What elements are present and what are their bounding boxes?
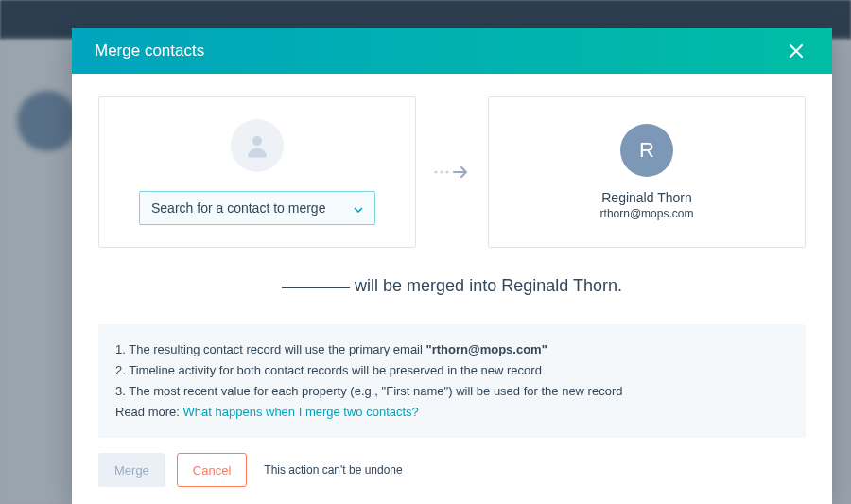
search-contact-select[interactable]: Search for a contact to merge	[139, 191, 375, 225]
person-icon	[243, 131, 271, 160]
source-contact-card: Search for a contact to merge	[98, 96, 416, 248]
modal-header: Merge contacts	[72, 28, 832, 74]
target-contact-email: rthorn@mops.com	[600, 207, 694, 220]
merge-sentence-mid: will be merged into	[350, 276, 501, 295]
footer-note: This action can't be undone	[264, 463, 402, 477]
merge-sentence-blank	[282, 287, 350, 288]
target-contact-card: R Reginald Thorn rthorn@mops.com	[488, 96, 806, 248]
info-line-2: 2. Timeline activity for both contact re…	[115, 360, 789, 381]
modal-title: Merge contacts	[95, 42, 204, 61]
merge-cards-row: Search for a contact to merge R	[98, 96, 806, 248]
svg-point-1	[434, 170, 437, 173]
select-placeholder: Search for a contact to merge	[151, 200, 325, 216]
info-line-3: 3. The most recent value for each proper…	[115, 381, 789, 402]
arrow-right-icon	[433, 165, 471, 180]
info-line-1: 1. The resulting contact record will use…	[115, 339, 789, 360]
merge-button[interactable]: Merge	[98, 453, 165, 487]
target-contact-name: Reginald Thorn	[601, 190, 691, 205]
info-box: 1. The resulting contact record will use…	[98, 324, 806, 438]
merge-sentence-end: .	[617, 276, 622, 295]
placeholder-avatar	[231, 119, 284, 172]
chevron-down-icon	[354, 200, 363, 216]
close-icon	[789, 43, 804, 59]
modal-body: Search for a contact to merge R	[72, 74, 832, 504]
merge-contacts-modal: Merge contacts Search for a contact to m…	[72, 28, 832, 504]
merge-sentence: will be merged into Reginald Thorn.	[98, 276, 806, 296]
info-read-more: Read more: What happens when I merge two…	[115, 402, 789, 423]
merge-arrow	[431, 165, 473, 180]
target-avatar: R	[620, 124, 673, 177]
svg-point-2	[440, 170, 443, 173]
read-more-link[interactable]: What happens when I merge two contacts?	[183, 405, 419, 419]
svg-point-0	[252, 136, 262, 146]
merge-sentence-target: Reginald Thorn	[501, 276, 617, 295]
avatar-initial: R	[639, 138, 654, 163]
svg-point-3	[445, 170, 448, 173]
close-button[interactable]	[783, 38, 809, 64]
modal-footer: Merge Cancel This action can't be undone	[98, 453, 806, 487]
cancel-button[interactable]: Cancel	[177, 453, 247, 487]
